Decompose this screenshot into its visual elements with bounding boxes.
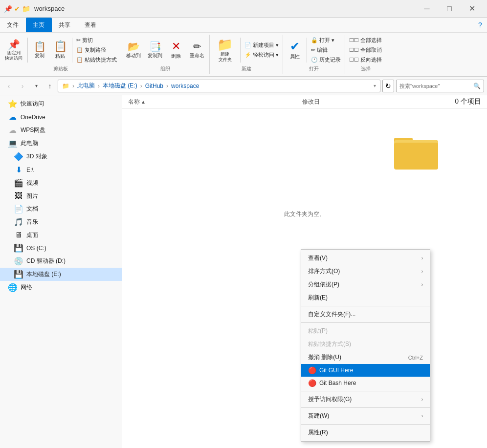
invert-selection-button[interactable]: ☐☐ 反向选择 bbox=[347, 55, 384, 64]
sidebar-item-network[interactable]: 🌐 网络 bbox=[0, 281, 122, 294]
new-item-icon: 📄 bbox=[244, 42, 251, 48]
address-localdisk[interactable]: 本地磁盘 (E:) bbox=[103, 82, 137, 90]
ctx-view[interactable]: 查看(V) › bbox=[301, 252, 430, 265]
ctx-sort-label: 排序方式(O) bbox=[308, 267, 340, 276]
sidebar-item-docs[interactable]: 📄 文档 bbox=[0, 202, 122, 215]
pin-to-quickaccess-button[interactable]: 📌 固定到快速访问 bbox=[2, 39, 25, 62]
edit-button[interactable]: ✏ 编辑 bbox=[309, 45, 343, 55]
cut-button[interactable]: ✂ 剪切 bbox=[74, 36, 119, 45]
ctx-sort[interactable]: 排序方式(O) › bbox=[301, 265, 430, 278]
recent-locations-button[interactable]: ▾ bbox=[30, 80, 42, 92]
paste-shortcut-button[interactable]: 📋 粘贴快捷方式 bbox=[74, 55, 119, 64]
folder-icon-big bbox=[394, 133, 438, 172]
ctx-paste-shortcut[interactable]: 粘贴快捷方式(S) bbox=[301, 338, 430, 351]
back-button[interactable]: ‹ bbox=[3, 80, 15, 92]
address-thispc[interactable]: 此电脑 bbox=[77, 82, 95, 90]
ctx-grant-label: 授予访问权限(G) bbox=[308, 395, 352, 404]
ctx-new[interactable]: 新建(W) › bbox=[301, 409, 430, 423]
open-button[interactable]: 🔓 打开 ▾ bbox=[309, 36, 343, 45]
delete-button[interactable]: ✕ 删除 bbox=[166, 40, 186, 61]
search-input[interactable] bbox=[399, 83, 471, 89]
content-area: 名称 ▲ 修改日 0 个项目 此文件夹为空。 查看(V) bbox=[122, 95, 487, 448]
open-label: 打开 ▾ bbox=[319, 37, 334, 44]
sidebar-osdrive-label: OS (C:) bbox=[26, 245, 46, 252]
ctx-properties[interactable]: 属性(R) bbox=[301, 426, 430, 439]
new-inner: 📁 新建文件夹 📄 新建项目 ▾ ⚡ 轻松访问 ▾ bbox=[212, 36, 281, 64]
tab-share[interactable]: 共享 bbox=[52, 18, 78, 32]
column-modified[interactable]: 修改日 bbox=[302, 98, 320, 106]
sidebar-music-label: 音乐 bbox=[26, 218, 38, 226]
ctx-paste[interactable]: 粘贴(P) bbox=[301, 324, 430, 338]
easy-access-button[interactable]: ⚡ 轻松访问 ▾ bbox=[243, 50, 281, 60]
address-bar[interactable]: 📁 › 此电脑 › 本地磁盘 (E:) › GitHub › workspace… bbox=[58, 80, 380, 92]
select-col: ☐☐ 全部选择 ☐☐ 全部取消 ☐☐ 反向选择 bbox=[347, 36, 384, 64]
sep3 bbox=[240, 38, 241, 63]
sidebar-item-e[interactable]: ⬇ E:\ bbox=[0, 163, 122, 176]
address-github[interactable]: GitHub bbox=[145, 83, 163, 89]
copy-path-button[interactable]: 📋 复制路径 bbox=[74, 45, 119, 55]
sidebar-item-thispc[interactable]: 💻 此电脑 bbox=[0, 137, 122, 150]
move-icon: 📂 bbox=[128, 42, 140, 51]
sidebar-item-localdisk[interactable]: 💾 本地磁盘 (E:) bbox=[0, 268, 122, 281]
easy-access-icon: ⚡ bbox=[244, 52, 251, 58]
ctx-git-gui[interactable]: 🔴 Git GUI Here bbox=[301, 364, 430, 377]
ctx-new-label: 新建(W) bbox=[308, 412, 329, 420]
ctx-refresh[interactable]: 刷新(E) bbox=[301, 291, 430, 304]
tab-view[interactable]: 查看 bbox=[78, 18, 104, 32]
address-workspace[interactable]: workspace bbox=[171, 83, 199, 89]
copy-button[interactable]: 📋 复制 bbox=[30, 40, 49, 61]
ctx-customize[interactable]: 自定义文件夹(F)... bbox=[301, 308, 430, 321]
cddrive-icon: 💿 bbox=[14, 256, 23, 266]
sidebar-item-quickaccess[interactable]: ⭐ 快速访问 bbox=[0, 97, 122, 110]
toolbar: ‹ › ▾ ↑ 📁 › 此电脑 › 本地磁盘 (E:) › GitHub › w… bbox=[0, 77, 487, 95]
sidebar-quickaccess-label: 快速访问 bbox=[21, 100, 44, 108]
sidebar-item-pictures[interactable]: 🖼 图片 bbox=[0, 190, 122, 202]
ctx-group-arrow: › bbox=[421, 282, 423, 287]
sidebar-item-desktop[interactable]: 🖥 桌面 bbox=[0, 229, 122, 241]
maximize-button[interactable]: □ bbox=[438, 0, 461, 18]
sidebar-network-label: 网络 bbox=[21, 283, 32, 292]
deselect-all-button[interactable]: ☐☐ 全部取消 bbox=[347, 45, 384, 55]
new-item-button[interactable]: 📄 新建项目 ▾ bbox=[243, 41, 281, 50]
refresh-button[interactable]: ↻ bbox=[382, 80, 394, 92]
sidebar-item-3d[interactable]: 🔷 3D 对象 bbox=[0, 150, 122, 163]
sidebar-item-wps[interactable]: ☁ WPS网盘 bbox=[0, 124, 122, 137]
select-all-button[interactable]: ☐☐ 全部选择 bbox=[347, 36, 384, 45]
tab-home[interactable]: 主页 bbox=[26, 18, 52, 32]
sidebar-item-cddrive[interactable]: 💿 CD 驱动器 (D:) bbox=[0, 255, 122, 268]
empty-text: 此文件夹为空。 bbox=[284, 210, 325, 218]
paste-button[interactable]: 📋 粘贴 bbox=[50, 40, 70, 61]
move-to-button[interactable]: 📂 移动到 bbox=[123, 41, 144, 60]
ctx-git-bash[interactable]: 🔴 Git Bash Here bbox=[301, 377, 430, 389]
column-name[interactable]: 名称 bbox=[128, 98, 140, 106]
properties-button[interactable]: ✔ 属性 bbox=[285, 40, 305, 61]
sidebar-item-video[interactable]: 🎬 视频 bbox=[0, 176, 122, 190]
sidebar-3d-label: 3D 对象 bbox=[26, 152, 47, 161]
ctx-group[interactable]: 分组依据(P) › bbox=[301, 278, 430, 291]
ribbon-tabs: 文件 主页 共享 查看 ? bbox=[0, 18, 487, 32]
tab-file[interactable]: 文件 bbox=[0, 18, 26, 32]
ribbon-group-new: 📁 新建文件夹 📄 新建项目 ▾ ⚡ 轻松访问 ▾ 新建 bbox=[210, 35, 283, 74]
up-button[interactable]: ↑ bbox=[44, 80, 56, 92]
minimize-button[interactable]: ─ bbox=[416, 0, 438, 18]
history-button[interactable]: 🕐 历史记录 bbox=[309, 55, 343, 64]
rename-button[interactable]: ✏ 重命名 bbox=[187, 41, 207, 60]
forward-button[interactable]: › bbox=[17, 80, 28, 92]
pin-label: 固定到快速访问 bbox=[5, 50, 22, 61]
copy-to-button[interactable]: 📑 复制到 bbox=[145, 41, 165, 60]
help-button[interactable]: ? bbox=[473, 18, 487, 32]
search-box[interactable]: 🔍 bbox=[396, 80, 484, 92]
select-inner: ☐☐ 全部选择 ☐☐ 全部取消 ☐☐ 反向选择 bbox=[347, 36, 384, 64]
close-button[interactable]: ✕ bbox=[461, 0, 483, 18]
sidebar-item-music[interactable]: 🎵 音乐 bbox=[0, 215, 122, 229]
new-folder-button[interactable]: 📁 新建文件夹 bbox=[212, 37, 238, 64]
sidebar-item-onedrive[interactable]: ☁ OneDrive bbox=[0, 110, 122, 124]
ctx-sort-left: 排序方式(O) bbox=[308, 267, 340, 276]
ribbon: 文件 主页 共享 查看 ? 📌 固定到快速访问 📋 复制 � bbox=[0, 18, 487, 77]
ctx-grant[interactable]: 授予访问权限(G) › bbox=[301, 393, 430, 406]
ctx-view-label: 查看(V) bbox=[308, 254, 328, 262]
sidebar-item-osdrive[interactable]: 💾 OS (C:) bbox=[0, 241, 122, 255]
ctx-group-label: 分组依据(P) bbox=[308, 280, 339, 289]
ctx-undo[interactable]: 撤消 删除(U) Ctrl+Z bbox=[301, 351, 430, 364]
history-icon: 🕐 bbox=[311, 57, 318, 63]
